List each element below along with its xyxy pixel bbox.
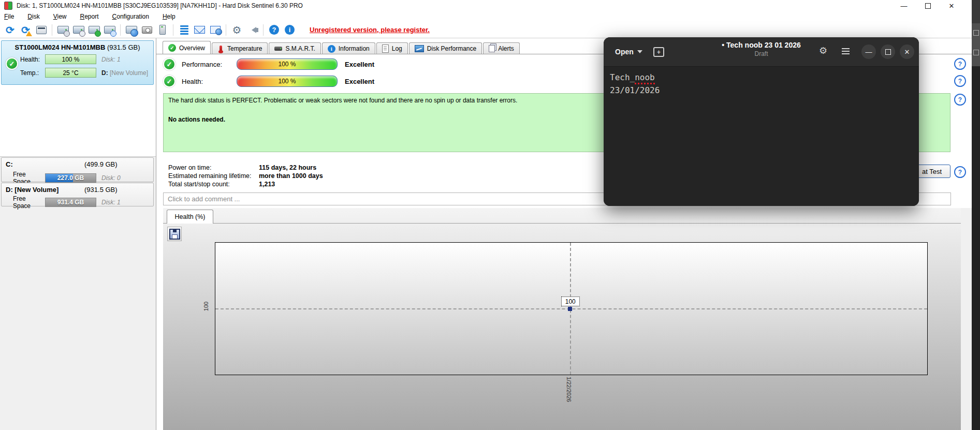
menu-file[interactable]: File — [4, 13, 14, 20]
stat-power-on-time: Power on time:115 days, 22 hours — [168, 164, 256, 171]
info-circle-icon — [328, 45, 335, 53]
report-icon[interactable] — [34, 23, 48, 37]
health-chart-panel: Health (%) 100 100 1/22/2026 — [163, 208, 961, 430]
toolbar-separator — [263, 24, 264, 36]
partition-size: (499.9 GB) — [84, 160, 118, 168]
open-button[interactable]: Open — [611, 44, 647, 60]
editor-maximize-button[interactable] — [881, 45, 895, 59]
stat-start-stop-count: Total start/stop count:1,213 — [168, 181, 256, 188]
background-app-icon — [973, 50, 979, 55]
sound-icon[interactable] — [245, 23, 259, 37]
tab-information[interactable]: Information — [322, 42, 375, 54]
disk-item-selected[interactable]: ST1000LM024 HN-M101MBB (931.5 GB) Health… — [1, 40, 154, 85]
health-help-icon[interactable] — [954, 75, 966, 87]
tab-alerts[interactable]: Alerts — [483, 42, 520, 54]
app-icon — [4, 2, 12, 10]
editor-headerbar: Open + • Tech noob 23 01 2026 Draft — ✕ — [604, 37, 919, 67]
menu-configuration[interactable]: Configuration — [112, 13, 149, 20]
computer-icon[interactable] — [155, 23, 169, 37]
tab-overview[interactable]: Overview — [163, 41, 211, 54]
background-window-edge[interactable] — [972, 0, 980, 430]
disk-name: ST1000LM024 HN-M101MBB — [14, 43, 105, 51]
chart-tab-divider — [163, 223, 961, 224]
health-rating: Excellent — [345, 78, 374, 85]
editor-gear-icon[interactable] — [819, 45, 827, 56]
partition-item-d[interactable]: D: [New Volume] (931.5 GB) Free Space 93… — [1, 183, 154, 206]
health-plot-area: 100 — [215, 242, 928, 375]
toolbar: ? i Unregistered version, please registe… — [0, 22, 975, 38]
free-space-label: Free Space — [13, 195, 45, 210]
new-tab-icon[interactable]: + — [653, 47, 664, 57]
save-chart-button[interactable] — [167, 227, 182, 241]
data-point-marker — [568, 307, 572, 311]
partition-name: C: — [6, 160, 13, 168]
right-gutter — [961, 208, 972, 430]
x-axis-tick: 1/22/2026 — [566, 377, 572, 402]
unregistered-notice-link[interactable]: Unregistered version, please register. — [310, 26, 430, 34]
tab-temperature[interactable]: Temperature — [212, 42, 268, 54]
disk-list: ST1000LM024 HN-M101MBB (931.5 GB) Health… — [0, 38, 156, 157]
settings-gear-icon[interactable] — [230, 23, 244, 37]
tab-log[interactable]: Log — [376, 42, 408, 54]
volume-prefix: D: — [101, 69, 108, 77]
y-axis-tick: 100 — [203, 296, 209, 317]
help-icon[interactable]: ? — [267, 23, 281, 37]
refresh-alert-icon[interactable] — [19, 23, 33, 37]
stat-remaining-lifetime: Estimated remaining lifetime:more than 1… — [168, 172, 256, 180]
thermometer-icon — [220, 46, 222, 52]
status-help-icon[interactable] — [954, 94, 966, 106]
editor-minimize-button[interactable]: — — [861, 45, 876, 59]
screenshot-icon[interactable] — [140, 23, 154, 37]
log-page-icon — [382, 45, 389, 53]
menu-help[interactable]: Help — [163, 13, 175, 20]
disk-test-icon[interactable] — [87, 23, 101, 37]
editor-text-area[interactable]: Tech_noob 23/01/2026 — [604, 67, 919, 206]
editor-close-button[interactable]: ✕ — [900, 45, 914, 59]
tab-disk-performance[interactable]: Disk Performance — [409, 42, 482, 54]
free-space-bar: 227.0 GB — [45, 173, 96, 183]
info-icon[interactable]: i — [283, 23, 297, 37]
disk-schedule-icon[interactable] — [71, 23, 85, 37]
restore-button[interactable] — [916, 0, 940, 11]
disk-detect-icon[interactable] — [56, 23, 70, 37]
menubar: File Disk View Report Configuration Help — [0, 11, 976, 22]
test-help-icon[interactable] — [954, 166, 966, 178]
titlebar: Disk: 1, ST1000LM024 HN-M101MBB [S30CJ9E… — [0, 0, 972, 11]
close-button[interactable]: ✕ — [940, 0, 963, 11]
email-icon[interactable] — [193, 23, 207, 37]
menu-view[interactable]: View — [53, 13, 67, 20]
disk-web-icon[interactable] — [124, 23, 138, 37]
chart-tab-health[interactable]: Health (%) — [167, 210, 213, 224]
refresh-icon[interactable] — [3, 23, 17, 37]
text-editor-window: Open + • Tech noob 23 01 2026 Draft — ✕ … — [604, 37, 919, 206]
details-icon[interactable] — [177, 23, 191, 37]
editor-line-1: Tech_noob — [610, 71, 919, 84]
tab-smart[interactable]: S.M.A.R.T. — [269, 42, 320, 54]
free-space-value: 931.4 GB — [57, 199, 84, 206]
warning-badge-icon — [26, 31, 32, 36]
floppy-disk-icon — [169, 229, 180, 240]
menu-report[interactable]: Report — [80, 13, 99, 20]
alerts-pages-icon — [489, 45, 495, 52]
temp-bar: 25 °C — [45, 68, 96, 78]
partition-name: D: [New Volume] — [6, 186, 58, 194]
editor-menu-icon[interactable] — [842, 48, 850, 54]
minimize-button[interactable]: — — [892, 0, 916, 11]
data-point-label: 100 — [561, 296, 580, 306]
free-space-bar: 931.4 GB — [45, 198, 96, 207]
partition-item-c[interactable]: C: (499.9 GB) Free Space 227.0 GB Disk: … — [1, 157, 154, 182]
menu-disk[interactable]: Disk — [27, 13, 39, 20]
performance-gauge: 100 % — [237, 58, 338, 70]
disk-index: Disk: 1 — [101, 56, 121, 63]
disk-search-icon[interactable] — [103, 23, 116, 37]
drive-icon — [274, 47, 282, 51]
toolbar-separator — [120, 24, 121, 36]
editor-subtitle: Draft — [681, 50, 841, 57]
network-icon[interactable] — [208, 23, 222, 37]
toolbar-separator — [226, 24, 226, 36]
editor-title: Tech noob 23 01 2026 — [726, 41, 801, 49]
performance-help-icon[interactable] — [954, 58, 966, 70]
partition-size: (931.5 GB) — [84, 186, 118, 194]
sidebar: ST1000LM024 HN-M101MBB (931.5 GB) Health… — [0, 38, 156, 430]
misspelled-word: noob — [635, 72, 655, 84]
